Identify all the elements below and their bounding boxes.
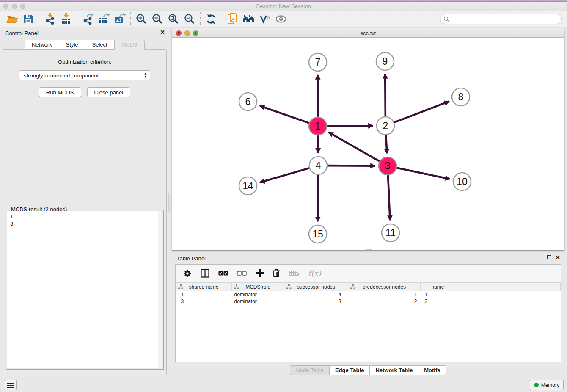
cell-name[interactable]: 3 [421, 298, 455, 305]
tab-network[interactable]: Network [25, 40, 59, 50]
table-row[interactable]: 3 dominator 3 2 3 [176, 298, 561, 305]
close-panel-icon[interactable]: ✕ [160, 30, 165, 34]
cell-successor-nodes[interactable]: 3 [284, 298, 348, 305]
fit-content-button[interactable] [165, 12, 182, 26]
export-image-icon [113, 13, 126, 25]
window-title: Session: New Session [0, 3, 567, 9]
panel-splitter[interactable] [168, 193, 171, 212]
v-wave-button[interactable] [257, 12, 273, 26]
graph-node[interactable] [376, 52, 394, 70]
graph[interactable]: 7968124314101511 [172, 38, 564, 250]
column-header-predecessor-nodes[interactable]: predecessor nodes [348, 283, 421, 291]
graph-node[interactable] [309, 157, 327, 174]
cell-name[interactable]: 1 [421, 291, 455, 298]
titlebar-accent [0, 0, 567, 2]
close-table-panel-icon[interactable]: ✕ [555, 255, 560, 259]
network-canvas[interactable]: 7968124314101511 [172, 38, 564, 250]
table-row[interactable]: 1 dominator 4 1 1 [176, 291, 561, 298]
network-window-titlebar[interactable]: × − + scc.txt [172, 28, 564, 38]
delete-row-button[interactable] [272, 269, 280, 278]
select-all-checks-button[interactable] [218, 271, 228, 276]
graph-edge[interactable] [397, 168, 450, 179]
resize-grip[interactable] [366, 248, 372, 250]
column-header-shared-name[interactable]: shared name [176, 283, 232, 291]
tab-edge-table[interactable]: Edge Table [329, 365, 369, 375]
graph-edge[interactable] [318, 175, 318, 221]
tab-select[interactable]: Select [85, 40, 114, 50]
cell-successor-nodes[interactable]: 4 [284, 291, 348, 298]
graph-edge[interactable] [328, 166, 375, 166]
graph-edge[interactable] [385, 74, 385, 116]
column-header-filler [455, 283, 561, 291]
memory-indicator [534, 383, 539, 387]
tab-mcds[interactable]: MCDS [114, 40, 145, 50]
search-field[interactable] [440, 14, 562, 24]
toolbar-separator [130, 12, 131, 26]
task-history-button[interactable] [4, 380, 17, 390]
refresh-view-button[interactable] [203, 12, 219, 26]
open-session-button[interactable] [4, 12, 20, 26]
graph-edge[interactable] [394, 102, 449, 122]
graph-node[interactable] [239, 177, 257, 195]
graph-node[interactable] [379, 157, 396, 175]
eye-button[interactable] [273, 12, 289, 26]
unselect-all-checks-button[interactable] [237, 271, 247, 276]
graph-node[interactable] [309, 117, 327, 135]
mcds-result-list[interactable]: 1 3 [7, 211, 162, 368]
tab-network-table[interactable]: Network Table [369, 365, 418, 375]
column-header-mcds-role[interactable]: MCDS role [232, 283, 284, 291]
zoom-selected-button[interactable] [182, 12, 198, 26]
graph-edge[interactable] [327, 126, 373, 126]
search-input[interactable] [451, 15, 557, 23]
add-row-button[interactable] [256, 269, 264, 277]
show-column-button[interactable] [201, 269, 209, 278]
tab-style[interactable]: Style [59, 40, 85, 50]
column-header-name[interactable]: name [421, 283, 455, 291]
memory-button[interactable]: Memory [530, 380, 564, 390]
run-mcds-button[interactable]: Run MCDS [39, 87, 81, 97]
graph-edge[interactable] [388, 175, 390, 220]
open-network-file-button[interactable] [225, 12, 241, 26]
app-titlebar: Session: New Session [0, 0, 567, 11]
optimization-select[interactable]: strongly connected component ▲▼ [19, 70, 150, 80]
cell-mcds-role[interactable]: dominator [232, 291, 284, 298]
zoom-in-button[interactable] [133, 12, 149, 26]
graph-node[interactable] [453, 173, 471, 190]
export-table-button[interactable] [96, 12, 112, 26]
graph-edge[interactable] [329, 133, 380, 161]
tab-node-table[interactable]: Node Table [290, 365, 329, 375]
graph-edge[interactable] [260, 168, 309, 182]
column-header-successor-nodes[interactable]: successor nodes [284, 283, 348, 291]
close-panel-button[interactable]: Close panel [87, 87, 131, 97]
graph-edge[interactable] [386, 135, 387, 153]
graph-edge[interactable] [260, 106, 309, 123]
graph-node[interactable] [377, 117, 394, 135]
float-table-panel-icon[interactable] [547, 255, 551, 259]
settings-gear-button[interactable] [183, 269, 192, 278]
eye-icon [275, 14, 287, 24]
cell-shared-name[interactable]: 3 [176, 298, 232, 305]
graph-node[interactable] [452, 88, 470, 106]
zoom-out-button[interactable] [149, 12, 165, 26]
cell-mcds-role[interactable]: dominator [232, 298, 284, 305]
gear-icon [183, 269, 192, 278]
export-network-button[interactable] [80, 12, 96, 26]
import-network-button[interactable] [42, 12, 58, 26]
houses-button[interactable] [241, 12, 257, 26]
float-panel-icon[interactable] [152, 30, 156, 34]
save-session-button[interactable] [20, 12, 36, 26]
open-folder-icon [6, 14, 18, 24]
tab-motifs[interactable]: Motifs [418, 365, 446, 375]
graph-node[interactable] [309, 53, 327, 71]
cell-predecessor-nodes[interactable]: 1 [348, 291, 421, 298]
graph-node[interactable] [239, 93, 257, 110]
cell-shared-name[interactable]: 1 [176, 291, 232, 298]
graph-node[interactable] [309, 225, 327, 243]
export-image-button[interactable] [112, 12, 128, 26]
result-scrollbar[interactable] [158, 211, 162, 368]
cell-predecessor-nodes[interactable]: 2 [348, 298, 421, 305]
graph-node[interactable] [382, 224, 399, 242]
import-table-button[interactable] [58, 12, 74, 26]
delete-table-button[interactable] [289, 270, 299, 277]
function-builder-button[interactable]: f(x) [308, 269, 321, 278]
